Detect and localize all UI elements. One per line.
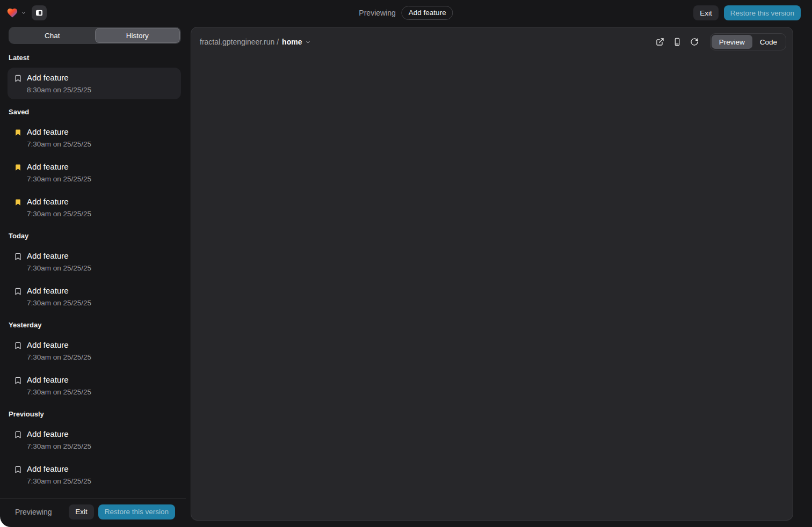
history-item[interactable]: Add feature 7:30am on 25/25/25: [8, 246, 181, 277]
preview-code-toggle: Preview Code: [710, 33, 786, 50]
sidebar-toggle-button[interactable]: [32, 5, 47, 20]
tab-chat[interactable]: Chat: [10, 28, 95, 43]
history-item-time: 7:30am on 25/25/25: [27, 175, 91, 183]
bookmark-icon: [14, 376, 22, 385]
bookmark-icon: [14, 74, 22, 83]
history-item-title: Add feature: [27, 375, 91, 384]
history-item-time: 7:30am on 25/25/25: [27, 442, 91, 450]
history-item[interactable]: Add feature 7:30am on 25/25/25: [8, 424, 181, 456]
restore-version-button[interactable]: Restore this version: [724, 5, 801, 20]
history-item[interactable]: Add feature 7:30am on 25/25/25: [8, 157, 181, 188]
external-link-icon: [656, 38, 664, 46]
history-item-time: 7:30am on 25/25/25: [27, 388, 91, 396]
history-item-title: Add feature: [27, 286, 91, 295]
history-item-time: 7:30am on 25/25/25: [27, 299, 91, 307]
history-section-title: Latest: [9, 54, 180, 62]
history-item-time: 7:30am on 25/25/25: [27, 210, 91, 218]
history-item-time: 7:30am on 25/25/25: [27, 140, 91, 148]
preview-panel: fractal.gptengineer.run / home Preview C…: [191, 27, 793, 521]
preview-viewport: [191, 52, 793, 520]
history-item[interactable]: Add feature 7:30am on 25/25/25: [8, 370, 181, 401]
open-in-new-tab-button[interactable]: [653, 35, 667, 49]
exit-button-footer[interactable]: Exit: [69, 504, 94, 519]
bookmark-icon: [14, 252, 22, 261]
history-section-title: Previously: [9, 410, 180, 418]
history-item-time: 8:30am on 25/25/25: [27, 86, 91, 94]
page-corner-backdrop: [0, 515, 12, 527]
sidebar-footer: Previewing Exit Restore this version: [0, 498, 186, 527]
chevron-down-icon: [21, 10, 26, 16]
chevron-down-icon: [305, 39, 311, 45]
history-section-title: Saved: [9, 108, 180, 116]
history-item[interactable]: Add feature 7:30am on 25/25/25: [8, 459, 181, 491]
preview-url-selector[interactable]: fractal.gptengineer.run / home: [200, 38, 311, 46]
app-logo-menu[interactable]: [6, 7, 26, 19]
bookmark-icon: [14, 163, 22, 172]
history-item-title: Add feature: [27, 464, 91, 473]
history-item-title: Add feature: [27, 340, 91, 349]
smartphone-icon: [673, 38, 682, 46]
bookmark-icon: [14, 287, 22, 296]
previewing-status-footer: Previewing: [15, 508, 52, 516]
history-section: Previously Add feature 7:30am on 25/25/2…: [8, 410, 181, 491]
history-item-title: Add feature: [27, 127, 91, 136]
exit-button[interactable]: Exit: [693, 5, 719, 20]
history-sidebar: Chat History Latest Add feature 8:30am o…: [0, 26, 186, 527]
sidebar-tabs: Chat History: [9, 27, 181, 44]
preview-url-prefix: fractal.gptengineer.run /: [200, 38, 279, 46]
history-item[interactable]: Add feature 7:30am on 25/25/25: [8, 192, 181, 223]
bookmark-icon: [14, 128, 22, 137]
history-item[interactable]: Add feature 7:30am on 25/25/25: [8, 122, 181, 153]
mobile-view-button[interactable]: [670, 35, 684, 49]
history-section-title: Today: [9, 232, 180, 240]
previewing-status: Previewing: [359, 9, 395, 17]
history-item-time: 7:30am on 25/25/25: [27, 353, 91, 361]
history-item-title: Add feature: [27, 162, 91, 171]
history-item-time: 7:30am on 25/25/25: [27, 264, 91, 272]
topbar: Previewing Add feature Exit Restore this…: [0, 0, 812, 26]
history-item-title: Add feature: [27, 73, 91, 82]
history-item-title: Add feature: [27, 197, 91, 206]
history-section: Today Add feature 7:30am on 25/25/25 Add…: [8, 232, 181, 312]
history-item-title: Add feature: [27, 429, 91, 438]
bookmark-icon: [14, 341, 22, 350]
history-list: Latest Add feature 8:30am on 25/25/25 Sa…: [0, 45, 186, 498]
bookmark-icon: [14, 198, 22, 207]
history-item-time: 7:30am on 25/25/25: [27, 477, 91, 485]
refresh-preview-button[interactable]: [687, 35, 701, 49]
history-section: Yesterday Add feature 7:30am on 25/25/25…: [8, 321, 181, 401]
preview-header: fractal.gptengineer.run / home Preview C…: [191, 27, 793, 52]
restore-version-button-footer[interactable]: Restore this version: [98, 504, 175, 519]
tab-preview[interactable]: Preview: [712, 35, 752, 49]
history-item[interactable]: Add feature 7:30am on 25/25/25: [8, 335, 181, 367]
history-item-title: Add feature: [27, 251, 91, 260]
history-section: Latest Add feature 8:30am on 25/25/25: [8, 54, 181, 99]
history-item[interactable]: Add feature 8:30am on 25/25/25: [8, 68, 181, 99]
history-item[interactable]: Add feature 7:30am on 25/25/25: [8, 281, 181, 312]
tab-history[interactable]: History: [95, 28, 180, 43]
version-badge: Add feature: [402, 6, 453, 20]
preview-url-page: home: [282, 38, 302, 46]
history-section: Saved Add feature 7:30am on 25/25/25 Add…: [8, 108, 181, 223]
panel-left-icon: [35, 9, 44, 17]
bookmark-icon: [14, 430, 22, 439]
history-section-title: Yesterday: [9, 321, 180, 329]
refresh-icon: [690, 38, 699, 46]
tab-code[interactable]: Code: [752, 35, 785, 49]
bookmark-icon: [14, 465, 22, 474]
heart-icon: [6, 7, 18, 19]
